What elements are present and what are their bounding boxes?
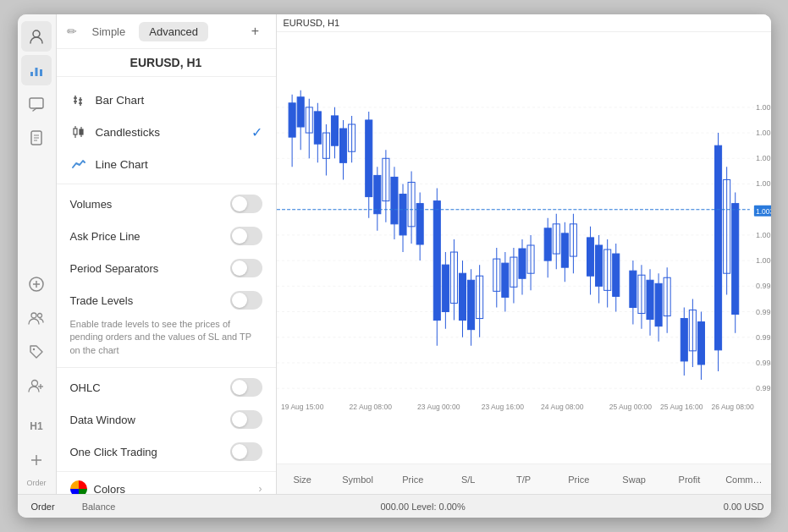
- svg-rect-60: [297, 97, 304, 127]
- footer-tab-order[interactable]: Order: [25, 500, 62, 513]
- one-click-trading-toggle[interactable]: [230, 442, 262, 461]
- sidebar-icon-person-add[interactable]: [21, 370, 52, 401]
- ask-price-label: Ask Price Line: [70, 230, 223, 243]
- svg-rect-29: [80, 129, 83, 134]
- panel-header: ✏ Simple Advanced +: [57, 14, 276, 49]
- period-sep-label: Period Separators: [70, 262, 223, 275]
- svg-rect-88: [433, 201, 440, 321]
- trade-levels-label: Trade Levels: [70, 294, 223, 307]
- ohlc-toggle[interactable]: [230, 378, 262, 397]
- bar-chart-label: Bar Chart: [96, 94, 262, 107]
- sidebar-footer: H1 Order: [21, 411, 52, 494]
- trade-levels-toggle[interactable]: [230, 291, 262, 310]
- toggle-one-click-trading: One Click Trading: [57, 436, 276, 468]
- app-window: H1 Order ✏ Simple Advanced: [18, 14, 771, 518]
- svg-text:1.00975: 1.00975: [755, 103, 770, 112]
- svg-rect-130: [646, 280, 653, 319]
- chart-type-bar[interactable]: Bar Chart: [57, 84, 276, 116]
- svg-rect-120: [595, 245, 602, 286]
- svg-text:1.00045: 1.00045: [755, 256, 770, 265]
- data-window-label: Data Window: [70, 414, 223, 426]
- svg-rect-68: [331, 116, 338, 145]
- svg-rect-2: [36, 68, 38, 76]
- chart-type-candlesticks[interactable]: Candlesticks ✓: [57, 116, 276, 148]
- svg-rect-3: [40, 69, 42, 76]
- svg-rect-27: [74, 129, 77, 134]
- footer-bar: Order Balance 000.00 Level: 0.00% 0.00 U…: [18, 494, 771, 518]
- toggle-section-1: Volumes Ask Price Line Period Separators…: [57, 184, 276, 368]
- sidebar-icon-people[interactable]: [21, 303, 52, 333]
- sidebar-icon-add2[interactable]: [21, 445, 52, 475]
- toggle-period-separators: Period Separators: [57, 252, 276, 284]
- col-sl: S/L: [449, 474, 487, 485]
- svg-rect-58: [289, 103, 295, 137]
- svg-rect-110: [544, 228, 551, 261]
- colors-row[interactable]: Colors ›: [57, 472, 276, 494]
- svg-rect-82: [399, 195, 405, 235]
- order-label: Order: [26, 479, 46, 487]
- chart-main: 1.00975 1.00820 1.00665 1.00510 1.00355 …: [277, 32, 771, 463]
- svg-rect-74: [365, 120, 372, 197]
- main-area: H1 Order ✏ Simple Advanced: [18, 14, 771, 494]
- colors-icon: [70, 480, 87, 494]
- sidebar-icon-tag[interactable]: [21, 337, 52, 367]
- svg-text:0.99890: 0.99890: [755, 282, 770, 290]
- svg-point-15: [32, 381, 38, 387]
- chart-type-line[interactable]: Line Chart: [57, 148, 276, 180]
- sidebar-icon-chart[interactable]: [21, 55, 52, 85]
- bar-chart-icon: [70, 91, 87, 108]
- svg-text:1.00820: 1.00820: [755, 129, 770, 137]
- chart-svg: 1.00975 1.00820 1.00665 1.00510 1.00355 …: [277, 32, 771, 463]
- tab-simple[interactable]: Simple: [82, 22, 136, 41]
- ohlc-label: OHLC: [70, 381, 223, 394]
- svg-point-13: [38, 314, 42, 318]
- col-price1: Price: [394, 474, 432, 485]
- volumes-toggle[interactable]: [230, 195, 262, 213]
- col-symbol: Symbol: [339, 474, 377, 485]
- svg-rect-106: [518, 249, 525, 278]
- svg-rect-30: [277, 82, 771, 414]
- chart-bottom-bar: Size Symbol Price S/L T/P Price Swap Pro…: [277, 463, 771, 494]
- panel-title: EURUSD, H1: [57, 49, 276, 77]
- one-click-trading-label: One Click Trading: [70, 446, 223, 458]
- svg-rect-64: [314, 112, 321, 144]
- svg-rect-94: [459, 273, 466, 320]
- volumes-label: Volumes: [70, 198, 223, 211]
- toggle-volumes: Volumes: [57, 188, 276, 220]
- tab-advanced[interactable]: Advanced: [139, 22, 208, 41]
- svg-text:0.99270: 0.99270: [755, 384, 770, 392]
- add-tab-button[interactable]: +: [245, 21, 266, 41]
- toggle-section-2: OHLC Data Window One Click Trading: [57, 368, 276, 472]
- footer-tab-balance[interactable]: Balance: [75, 500, 123, 513]
- sidebar-icon-chart2[interactable]: H1: [21, 411, 52, 442]
- trade-levels-helper: Enable trade levels to see the prices of…: [57, 316, 276, 364]
- data-window-toggle[interactable]: [230, 410, 262, 429]
- svg-rect-136: [681, 319, 687, 361]
- sidebar-icon-document[interactable]: [21, 123, 52, 153]
- sidebar-icon-profile[interactable]: [21, 21, 52, 52]
- period-sep-toggle[interactable]: [230, 259, 262, 277]
- svg-rect-70: [339, 129, 346, 162]
- col-swap: Swap: [614, 474, 653, 485]
- svg-rect-90: [442, 265, 449, 311]
- ask-price-toggle[interactable]: [230, 227, 262, 245]
- col-comment: Comment: [725, 474, 763, 485]
- panel-content: Bar Chart Candlesticks ✓: [57, 77, 276, 494]
- svg-text:23 Aug 00:00: 23 Aug 00:00: [417, 403, 460, 411]
- candlesticks-label: Candlesticks: [96, 126, 243, 139]
- sidebar-icon-chat[interactable]: [21, 89, 52, 119]
- sidebar-icon-plus[interactable]: [21, 269, 52, 299]
- col-price2: Price: [559, 474, 598, 485]
- svg-rect-126: [629, 271, 636, 307]
- settings-panel: ✏ Simple Advanced + EURUSD, H1: [57, 14, 277, 494]
- svg-rect-118: [587, 238, 593, 276]
- svg-rect-4: [30, 98, 43, 108]
- svg-text:25 Aug 16:00: 25 Aug 16:00: [660, 403, 703, 411]
- svg-point-0: [33, 30, 40, 37]
- svg-text:0.99580: 0.99580: [755, 333, 770, 342]
- svg-text:23 Aug 16:00: 23 Aug 16:00: [481, 403, 524, 411]
- toggle-data-window: Data Window: [57, 403, 276, 436]
- edit-icon: ✏: [67, 25, 77, 38]
- chart-header: EURUSD, H1: [277, 14, 771, 32]
- svg-rect-114: [561, 233, 568, 267]
